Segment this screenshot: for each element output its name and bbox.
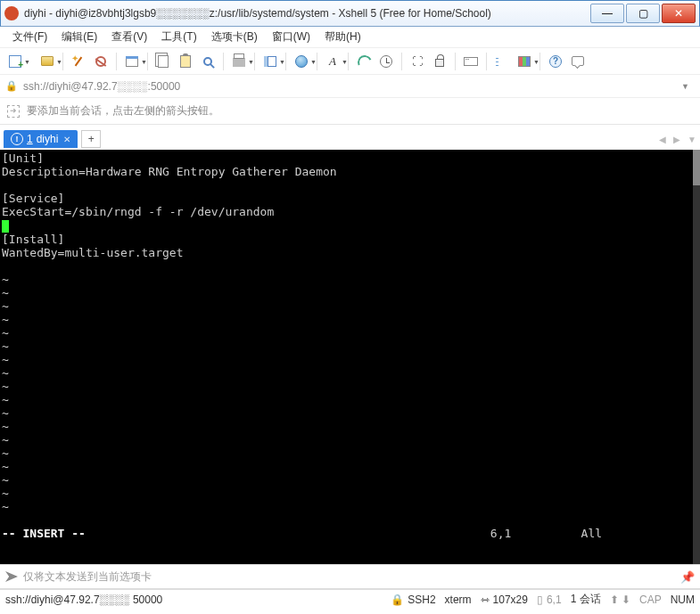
search-icon [203, 57, 212, 66]
properties-button[interactable]: ▼ [122, 52, 142, 71]
fullscreen-button[interactable]: ⛶ [408, 52, 427, 71]
menu-tools[interactable]: 工具(T) [154, 28, 203, 46]
globe-icon [295, 55, 308, 68]
list-icon [496, 56, 508, 67]
size-icon: ⇿ [481, 594, 490, 606]
title-bar: diyhi - diyhi@iz8vbhtj3lgsb9░░░░░░░z:/us… [0, 0, 700, 27]
info-badge-icon: ! [11, 133, 23, 145]
encoding-button[interactable]: ▼ [292, 52, 311, 71]
refresh-icon [358, 55, 370, 68]
menu-view[interactable]: 查看(V) [104, 28, 154, 46]
close-button[interactable]: ✕ [662, 4, 696, 23]
feedback-button[interactable] [568, 52, 588, 71]
maximize-button[interactable]: ▢ [626, 4, 660, 23]
tab-label: diyhi [37, 133, 59, 145]
status-num: NUM [671, 594, 695, 606]
tab-close-icon[interactable]: ✕ [63, 135, 70, 144]
status-cap: CAP [639, 594, 662, 606]
app-icon [4, 6, 19, 20]
address-bar: 🔒 ssh://diyhi@47.92.7░░░░:50000 ▼ [0, 75, 700, 98]
window-title: diyhi - diyhi@iz8vbhtj3lgsb9░░░░░░░z:/us… [24, 7, 589, 20]
hint-text: 要添加当前会话，点击左侧的箭头按钮。 [27, 103, 219, 119]
print-icon [233, 58, 245, 67]
new-session-button[interactable]: ▼ [5, 52, 25, 71]
terminal-scrollbar[interactable] [693, 150, 700, 564]
history-button[interactable] [376, 52, 396, 71]
tab-prev-icon[interactable]: ◀ [655, 135, 670, 144]
minimize-button[interactable]: — [590, 4, 624, 23]
tab-row: ! 1 diyhi ✕ + ◀ ▶ ▼ [0, 125, 700, 150]
address-input[interactable]: ssh://diyhi@47.92.7░░░░:50000 [23, 80, 671, 93]
toolbar: ▼ ▼ ▼ ▼ ▼ ▼ A▼ ⛶ ▼ ? [0, 48, 700, 75]
status-size: ⇿107x29 [481, 594, 528, 606]
status-connection: ssh://diyhi@47.92.7░░░░ 50000 [5, 594, 162, 606]
menu-help[interactable]: 帮助(H) [317, 28, 368, 46]
color-button[interactable]: ▼ [515, 52, 534, 71]
help-button[interactable]: ? [546, 52, 565, 71]
keyboard-button[interactable] [461, 52, 481, 71]
lock-button[interactable] [430, 52, 449, 71]
copy-button[interactable] [153, 52, 173, 71]
expand-icon: ⛶ [412, 55, 423, 68]
compose-input[interactable]: 仅将文本发送到当前选项卡 [23, 569, 675, 585]
menu-bar: 文件(F) 编辑(E) 查看(V) 工具(T) 选项卡(B) 窗口(W) 帮助(… [0, 27, 700, 48]
menu-window[interactable]: 窗口(W) [265, 28, 317, 46]
chat-icon [572, 56, 584, 66]
wand-icon [72, 55, 85, 68]
view-list-button[interactable] [492, 52, 512, 71]
tab-next-icon[interactable]: ▶ [670, 135, 684, 144]
lock-small-icon: 🔒 [5, 80, 18, 92]
status-term: xterm [445, 594, 472, 606]
disconnect-icon [95, 56, 106, 67]
print-button[interactable]: ▼ [229, 52, 249, 71]
lock-icon [435, 59, 444, 67]
status-updown: ⬆ ⬇ [610, 594, 630, 606]
add-session-icon[interactable] [7, 105, 20, 118]
color-scheme-button[interactable] [354, 52, 374, 71]
columns-icon [518, 56, 531, 67]
menu-edit[interactable]: 编辑(E) [54, 28, 104, 46]
menu-file[interactable]: 文件(F) [5, 28, 54, 46]
hint-bar: 要添加当前会话，点击左侧的箭头按钮。 [0, 98, 700, 125]
new-icon [9, 55, 21, 68]
reconnect-button[interactable] [69, 52, 88, 71]
folder-icon [41, 56, 54, 66]
lock-status-icon: 🔒 [391, 594, 404, 606]
open-button[interactable]: ▼ [37, 52, 57, 71]
tab-list-icon[interactable]: ▼ [684, 135, 700, 144]
disconnect-button[interactable] [91, 52, 111, 71]
clock-icon [380, 55, 392, 68]
address-dropdown-icon[interactable]: ▼ [676, 82, 695, 91]
paste-icon [180, 55, 191, 68]
properties-icon [126, 56, 138, 67]
tab-number: 1 [27, 133, 33, 145]
pane-icon [264, 56, 276, 67]
terminal[interactable]: [Unit] Description=Hardware RNG Entropy … [0, 150, 700, 564]
keyboard-icon [464, 57, 478, 66]
help-icon: ? [549, 55, 562, 68]
new-tab-button[interactable]: + [81, 130, 101, 148]
layout-button[interactable]: ▼ [260, 52, 280, 71]
status-bar: ssh://diyhi@47.92.7░░░░ 50000 🔒SSH2 xter… [0, 589, 700, 609]
status-proto: 🔒SSH2 [391, 594, 435, 606]
find-button[interactable] [198, 52, 218, 71]
send-icon[interactable] [5, 571, 18, 582]
status-cursor: ▯6,1 [537, 594, 562, 606]
menu-tab[interactable]: 选项卡(B) [204, 28, 265, 46]
cursor-icon: ▯ [537, 594, 543, 606]
session-tab-diyhi[interactable]: ! 1 diyhi ✕ [4, 130, 78, 148]
status-sessions: 1 会话 [571, 592, 601, 607]
compose-bar: 仅将文本发送到当前选项卡 📌 [0, 564, 700, 589]
pin-icon[interactable]: 📌 [680, 570, 695, 584]
paste-button[interactable] [176, 52, 195, 71]
font-button[interactable]: A▼ [323, 52, 342, 71]
font-icon: A [329, 54, 336, 69]
copy-icon [158, 55, 169, 68]
